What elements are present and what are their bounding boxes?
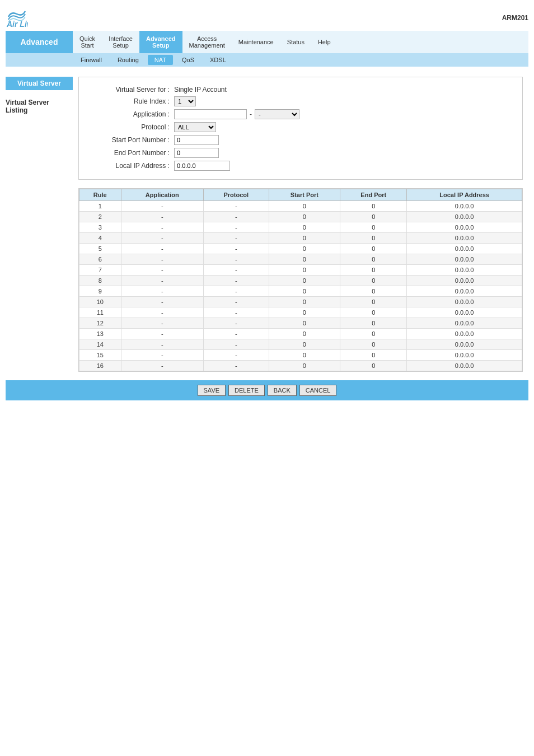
nav-item-access-management[interactable]: AccessManagement [182,31,232,53]
table-row[interactable]: 2 - - 0 0 0.0.0.0 [79,212,522,222]
cell-start-port: 0 [269,361,340,371]
section-title: Virtual Server [6,77,73,90]
logo-area: Air Live [6,6,31,28]
form-row-vs-for: Virtual Server for : Single IP Account [90,86,511,94]
listing-section: Rule Application Protocol Start Port End… [78,188,523,372]
table-row[interactable]: 8 - - 0 0 0.0.0.0 [79,276,522,286]
nav-item-maintenance[interactable]: Maintenance [232,31,280,53]
col-header-local-ip: Local IP Address [407,189,522,201]
cell-rule: 4 [79,233,121,244]
cell-end-port: 0 [340,361,407,371]
cell-end-port: 0 [340,276,407,286]
cell-local-ip: 0.0.0.0 [407,297,522,307]
cell-rule: 11 [79,307,121,318]
cell-rule: 16 [79,361,121,371]
virtual-server-form: Virtual Server for : Single IP Account R… [78,77,523,180]
cell-protocol: - [203,244,269,254]
nav-item-quick-start[interactable]: QuickStart [73,31,102,53]
end-port-input[interactable] [174,148,219,158]
delete-button[interactable]: DELETE [228,385,265,396]
rule-index-label: Rule Index : [90,97,174,105]
cell-protocol: - [203,350,269,361]
table-row[interactable]: 11 - - 0 0 0.0.0.0 [79,307,522,318]
cell-end-port: 0 [340,297,407,307]
back-button[interactable]: BACK [268,385,297,396]
cell-rule: 15 [79,350,121,361]
table-row[interactable]: 4 - - 0 0 0.0.0.0 [79,233,522,244]
cell-start-port: 0 [269,350,340,361]
cell-end-port: 0 [340,286,407,297]
cell-protocol: - [203,212,269,222]
virtual-server-table: Rule Application Protocol Start Port End… [79,189,522,371]
cell-end-port: 0 [340,233,407,244]
sub-nav-item-qos[interactable]: QoS [175,55,201,65]
nav-item-status[interactable]: Status [280,31,311,53]
cell-rule: 1 [79,201,121,212]
nav-item-advanced-setup[interactable]: AdvancedSetup [139,31,182,53]
rule-index-select[interactable]: 1234 5678 9101112 13141516 [174,96,196,106]
sub-nav-item-adsl[interactable]: XDSL [203,55,233,65]
cell-local-ip: 0.0.0.0 [407,244,522,254]
table-row[interactable]: 3 - - 0 0 0.0.0.0 [79,222,522,233]
svg-text:Air Live: Air Live [6,20,28,28]
table-row[interactable]: 12 - - 0 0 0.0.0.0 [79,318,522,329]
sub-nav-items: Firewall Routing NAT QoS XDSL [73,54,234,66]
local-ip-label: Local IP Address : [90,162,174,170]
table-row[interactable]: 5 - - 0 0 0.0.0.0 [79,244,522,254]
cell-start-port: 0 [269,339,340,350]
content-sidebar: Virtual Server Virtual Server Listing [6,77,73,377]
application-select[interactable]: - [255,109,299,119]
start-port-input[interactable] [174,135,219,145]
sub-nav-item-firewall[interactable]: Firewall [74,55,109,65]
nav-item-interface-setup[interactable]: InterfaceSetup [102,31,139,53]
cancel-button[interactable]: CANCEL [299,385,337,396]
sub-nav-item-routing[interactable]: Routing [111,55,146,65]
table-row[interactable]: 1 - - 0 0 0.0.0.0 [79,201,522,212]
sub-nav-item-nat[interactable]: NAT [148,55,173,65]
cell-local-ip: 0.0.0.0 [407,254,522,265]
form-row-rule-index: Rule Index : 1234 5678 9101112 13141516 [90,96,511,106]
cell-local-ip: 0.0.0.0 [407,329,522,339]
cell-rule: 13 [79,329,121,339]
protocol-select[interactable]: ALLTCPUDPTCP/UDP [174,122,216,132]
cell-local-ip: 0.0.0.0 [407,212,522,222]
local-ip-input[interactable] [174,161,230,171]
table-row[interactable]: 13 - - 0 0 0.0.0.0 [79,329,522,339]
table-row[interactable]: 10 - - 0 0 0.0.0.0 [79,297,522,307]
airlive-logo-icon: Air Live [6,6,28,28]
protocol-label: Protocol : [90,123,174,131]
cell-rule: 8 [79,276,121,286]
table-row[interactable]: 14 - - 0 0 0.0.0.0 [79,339,522,350]
vs-for-value: Single IP Account [174,86,227,94]
cell-local-ip: 0.0.0.0 [407,265,522,276]
form-row-protocol: Protocol : ALLTCPUDPTCP/UDP [90,122,511,132]
cell-end-port: 0 [340,212,407,222]
cell-local-ip: 0.0.0.0 [407,276,522,286]
table-row[interactable]: 7 - - 0 0 0.0.0.0 [79,265,522,276]
cell-rule: 14 [79,339,121,350]
cell-end-port: 0 [340,265,407,276]
cell-end-port: 0 [340,329,407,339]
table-row[interactable]: 15 - - 0 0 0.0.0.0 [79,350,522,361]
cell-application: - [121,307,203,318]
nav-items: QuickStart InterfaceSetup AdvancedSetup … [73,31,528,53]
nav-item-help[interactable]: Help [311,31,338,53]
content-main: Virtual Server for : Single IP Account R… [73,77,528,377]
cell-application: - [121,276,203,286]
cell-protocol: - [203,339,269,350]
cell-protocol: - [203,222,269,233]
cell-local-ip: 0.0.0.0 [407,339,522,350]
model-label: ARM201 [502,6,528,22]
table-row[interactable]: 6 - - 0 0 0.0.0.0 [79,254,522,265]
cell-end-port: 0 [340,350,407,361]
start-port-label: Start Port Number : [90,136,174,144]
cell-protocol: - [203,318,269,329]
cell-application: - [121,297,203,307]
end-port-label: End Port Number : [90,149,174,157]
table-row[interactable]: 16 - - 0 0 0.0.0.0 [79,361,522,371]
application-input[interactable] [174,109,247,119]
table-row[interactable]: 9 - - 0 0 0.0.0.0 [79,286,522,297]
save-button[interactable]: SAVE [198,385,226,396]
table-header-row: Rule Application Protocol Start Port End… [79,189,522,201]
cell-start-port: 0 [269,265,340,276]
